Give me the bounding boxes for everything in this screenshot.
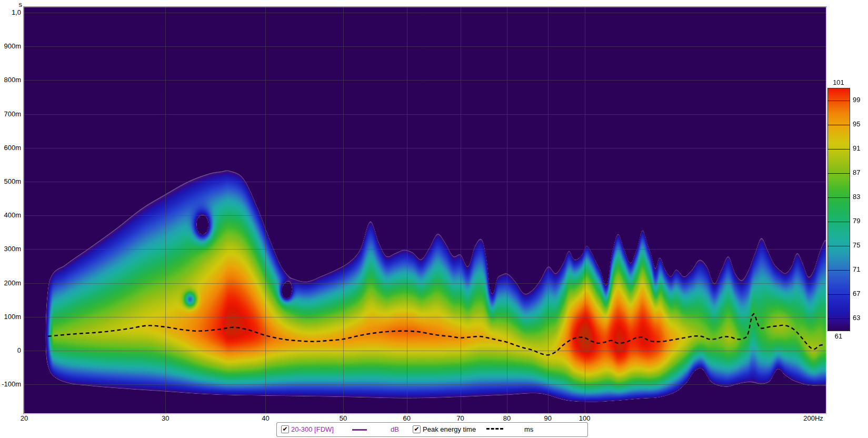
colorbar-tick-label: 95 [853,121,868,128]
y-tick-label: 100m [0,313,21,321]
colorbar-max-label: 101 [823,78,854,86]
y-axis-title: s [0,1,22,8]
spectrogram-canvas[interactable] [24,7,826,413]
colorbar-tick-label: 79 [853,217,868,225]
x-tick-label: 100 [566,414,603,423]
y-tick-label: 800m [0,76,21,84]
colorbar-tick-label: 99 [853,96,868,104]
colorbar-tick-label: 91 [853,145,868,152]
colorbar-tick-label: 63 [853,314,868,322]
colorbar [827,88,850,331]
x-tick-label: 60 [388,414,425,423]
colorbar-tick-label: 67 [853,290,868,297]
legend-checkbox-peak-energy[interactable]: ✔ [413,425,421,433]
y-tick-label: 400m [0,211,21,220]
x-tick-label: 200Hz [795,414,832,423]
x-tick-label: 70 [442,414,479,423]
legend-unit-ms: ms [524,425,533,433]
legend-line-swatch-solid [352,429,367,431]
legend: ✔ 20-300 [FDW] dB ✔ Peak energy time ms [276,422,588,437]
y-tick-label: 600m [0,144,21,152]
x-tick-label: 40 [247,414,284,423]
plot-frame [23,6,827,414]
y-tick-label: -100m [0,380,21,389]
x-tick-label: 50 [325,414,362,423]
legend-line-swatch-dashed [486,428,503,430]
colorbar-min-label: 61 [823,332,854,340]
legend-label-peak-energy: Peak energy time [423,425,476,433]
y-tick-label: 0 [0,346,21,355]
legend-unit-db: dB [391,425,399,433]
y-tick-label: 700m [0,110,21,118]
x-tick-label: 90 [530,414,566,423]
colorbar-gradient [828,88,850,331]
x-tick-label: 80 [488,414,525,423]
colorbar-tick-label: 87 [853,169,868,176]
y-tick-label: 200m [0,279,21,287]
x-tick-label: 30 [147,414,184,423]
spectrogram-window: s 1,0900m800m700m600m500m400m300m200m100… [0,0,868,438]
colorbar-tick-label: 71 [853,266,868,273]
legend-checkbox-fdw[interactable]: ✔ [281,425,289,433]
y-tick-label: 900m [0,42,21,51]
colorbar-tick-label: 75 [853,242,868,249]
y-tick-label: 300m [0,245,21,253]
y-tick-label: 1,0 [0,8,21,17]
colorbar-tick-label: 83 [853,193,868,201]
x-tick-label: 20 [6,414,43,423]
legend-label-fdw: 20-300 [FDW] [291,425,334,433]
y-tick-label: 500m [0,177,21,186]
